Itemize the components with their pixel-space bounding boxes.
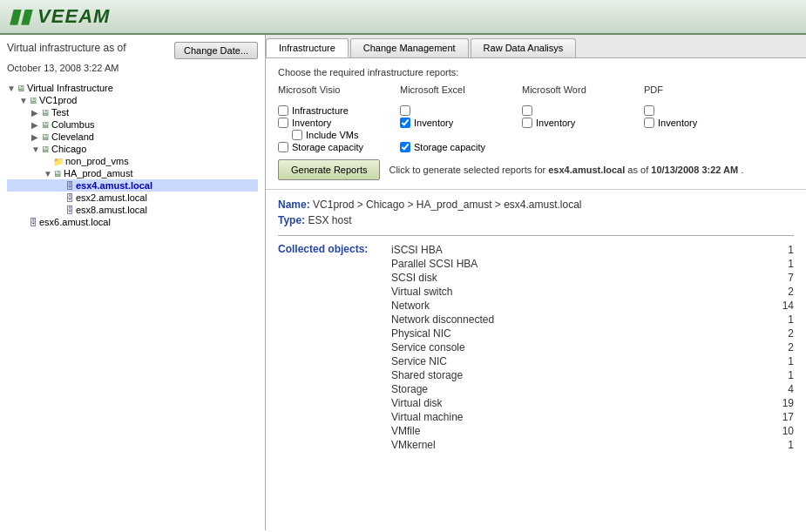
tab-bar: Infrastructure Change Management Raw Dat…	[266, 35, 806, 58]
tree-item-chicago[interactable]: ▼ 🖥 Chicago	[7, 143, 258, 155]
type-label: Type:	[278, 214, 305, 226]
excel-inventory-label: Inventory	[414, 118, 453, 128]
infrastructure-label: Infrastructure	[292, 105, 349, 116]
excel-infrastructure-check[interactable]	[400, 105, 410, 116]
folder-icon: 📁	[53, 157, 64, 166]
object-name: Service console	[391, 341, 465, 354]
detail-name: Name: VC1prod > Chicago > HA_prod_amust …	[278, 199, 794, 211]
tree-label: esx6.amust.local	[39, 217, 111, 227]
col-header-pdf: PDF	[644, 84, 731, 98]
tree-item-esx8[interactable]: 🗄 esx8.amust.local	[7, 204, 258, 216]
excel-storage-check[interactable]	[400, 142, 410, 152]
object-name: Network disconnected	[391, 313, 494, 326]
col-header-word: Microsoft Word	[522, 84, 644, 98]
expand-icon	[56, 205, 64, 215]
object-row: Physical NIC2	[391, 327, 794, 340]
report-section-title: Choose the required infrastructure repor…	[278, 67, 794, 77]
word-inventory-check[interactable]	[522, 118, 532, 128]
name-label: Name:	[278, 199, 310, 211]
object-row: Shared storage1	[391, 368, 794, 382]
visio-includevms-check[interactable]	[292, 130, 302, 140]
detail-section: Name: VC1prod > Chicago > HA_prod_amust …	[266, 190, 806, 461]
change-date-button[interactable]: Change Date...	[174, 42, 258, 59]
app-header: ▮▮ VEEAM	[0, 0, 806, 35]
tree-label: VC1prod	[39, 95, 77, 105]
excel-inventory-check[interactable]	[400, 118, 410, 128]
object-row: Service NIC1	[391, 354, 794, 368]
tree-item-ha-prod-amust[interactable]: ▼ 🖥 HA_prod_amust	[7, 167, 258, 179]
server-icon: 🖥	[17, 84, 25, 93]
object-count: 1	[768, 369, 794, 381]
object-count: 1	[768, 313, 794, 326]
object-row: VMfile10	[391, 424, 794, 438]
tree-label: esx4.amust.local	[76, 180, 152, 191]
object-row: VMkernel1	[391, 438, 794, 452]
expand-icon: ▶	[31, 108, 40, 118]
word-infrastructure-check[interactable]	[522, 105, 532, 116]
tree-item-esx2[interactable]: 🗄 esx2.amust.local	[7, 192, 258, 204]
excel-infrastructure	[400, 105, 522, 116]
expand-icon: ▶	[31, 120, 40, 130]
object-count: 1	[768, 258, 794, 270]
tree-label: Columbus	[51, 119, 95, 130]
infrastructure-tree: ▼ 🖥 Virtual Infrastructure ▼ 🖥 VC1prod ▶…	[7, 82, 258, 228]
tree-item-esx6[interactable]: 🗄 esx6.amust.local	[7, 216, 258, 228]
pdf-infrastructure	[644, 105, 731, 116]
visio-infrastructure: Infrastructure	[278, 105, 400, 116]
objects-table: iSCSI HBA1Parallel SCSI HBA1SCSI disk7Vi…	[391, 243, 794, 452]
object-name: Physical NIC	[391, 327, 451, 340]
object-count: 19	[768, 397, 794, 409]
report-row-infrastructure: Infrastructure	[278, 105, 794, 116]
report-row-include-vms: Include VMs	[278, 130, 794, 140]
word-infrastructure	[522, 105, 644, 116]
tab-raw-data[interactable]: Raw Data Analisys	[471, 38, 577, 57]
object-name: iSCSI HBA	[391, 244, 443, 256]
includevms-label: Include VMs	[306, 130, 359, 140]
tab-change-management[interactable]: Change Management	[350, 38, 469, 57]
col-header-excel: Microsoft Excel	[400, 84, 522, 98]
object-row: Virtual disk19	[391, 396, 794, 410]
object-name: Virtual disk	[391, 397, 442, 409]
tab-infrastructure[interactable]: Infrastructure	[266, 38, 349, 57]
object-count: 1	[768, 244, 794, 256]
generate-row: Generate Reports Click to generate selec…	[278, 159, 794, 180]
tree-item-test[interactable]: ▶ 🖥 Test	[7, 106, 258, 118]
generate-reports-button[interactable]: Generate Reports	[278, 159, 380, 180]
object-count: 1	[768, 439, 794, 451]
report-section: Choose the required infrastructure repor…	[266, 58, 806, 190]
server-icon: 🖥	[41, 145, 50, 154]
object-name: VMfile	[391, 425, 420, 437]
tree-item-non-prod-vms[interactable]: 📁 non_prod_vms	[7, 155, 258, 167]
object-count: 7	[768, 272, 794, 284]
tree-item-vc1prod[interactable]: ▼ 🖥 VC1prod	[7, 94, 258, 106]
tree-item-cleveland[interactable]: ▶ 🖥 Cleveland	[7, 131, 258, 143]
visio-storage: Storage capacity	[278, 142, 400, 152]
visio-inventory-check[interactable]	[278, 118, 288, 128]
infra-title: Virtual infrastructure as of	[7, 42, 126, 54]
object-count: 17	[768, 411, 794, 423]
object-count: 2	[768, 327, 794, 340]
word-inventory-label: Inventory	[536, 118, 575, 128]
object-name: VMkernel	[391, 439, 436, 451]
report-grid-headers: Microsoft Visio Microsoft Excel Microsof…	[278, 84, 794, 98]
tree-item-virtual-infrastructure[interactable]: ▼ 🖥 Virtual Infrastructure	[7, 82, 258, 94]
visio-infrastructure-check[interactable]	[278, 105, 288, 116]
expand-icon	[44, 157, 52, 166]
report-row-storage: Storage capacity Storage capacity	[278, 142, 794, 152]
pdf-inventory-check[interactable]	[644, 118, 654, 128]
tree-label: Virtual Infrastructure	[27, 83, 113, 93]
expand-icon	[56, 181, 64, 191]
server-icon: 🖥	[41, 132, 50, 142]
expand-icon	[19, 218, 28, 227]
tree-item-columbus[interactable]: ▶ 🖥 Columbus	[7, 118, 258, 131]
pdf-infrastructure-check[interactable]	[644, 105, 654, 116]
object-name: Network	[391, 300, 430, 312]
tree-item-esx4[interactable]: 🗄 esx4.amust.local	[7, 179, 258, 192]
expand-icon: ▼	[31, 145, 40, 154]
visio-storage-check[interactable]	[278, 142, 288, 152]
host-icon: 🗄	[65, 181, 74, 191]
excel-storage-label: Storage capacity	[414, 142, 485, 152]
object-name: Virtual machine	[391, 411, 464, 423]
object-count: 2	[768, 341, 794, 354]
object-count: 10	[768, 425, 794, 437]
